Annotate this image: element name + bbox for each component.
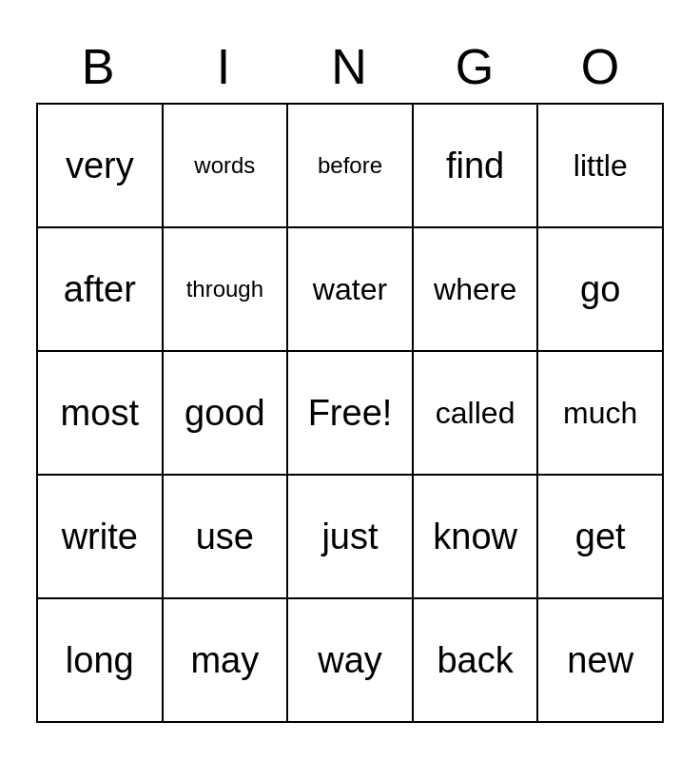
- cell-text-3-0: write: [62, 517, 138, 556]
- cell-text-0-0: very: [66, 146, 134, 185]
- cell-text-1-3: where: [434, 272, 516, 306]
- grid-cell-1-4: go: [537, 227, 663, 351]
- bingo-letter-b: B: [36, 38, 162, 95]
- bingo-letter-i: I: [162, 38, 287, 95]
- grid-row-4: longmaywaybacknew: [37, 598, 663, 722]
- cell-text-2-3: called: [436, 396, 515, 430]
- cell-text-0-3: find: [446, 146, 504, 185]
- cell-text-0-2: before: [318, 152, 382, 178]
- cell-text-2-0: most: [61, 393, 139, 433]
- grid-row-0: verywordsbeforefindlittle: [37, 104, 663, 227]
- grid-cell-0-0: very: [37, 104, 163, 227]
- cell-text-4-0: long: [66, 640, 134, 680]
- cell-text-2-4: much: [563, 396, 637, 430]
- grid-cell-2-4: much: [537, 351, 663, 475]
- grid-cell-3-1: use: [163, 475, 288, 598]
- cell-text-1-1: through: [186, 276, 263, 302]
- cell-text-3-3: know: [433, 517, 517, 556]
- cell-text-4-1: may: [190, 640, 259, 680]
- grid-cell-0-1: words: [163, 104, 288, 227]
- grid-cell-3-0: write: [37, 475, 163, 598]
- cell-text-3-1: use: [196, 517, 254, 556]
- grid-cell-2-3: called: [413, 351, 538, 475]
- cell-text-3-2: just: [321, 517, 378, 556]
- grid-cell-2-2: Free!: [287, 351, 413, 475]
- grid-cell-0-2: before: [287, 104, 413, 227]
- grid-cell-3-3: know: [413, 475, 538, 598]
- grid-cell-1-0: after: [37, 227, 163, 351]
- grid-cell-4-0: long: [37, 598, 163, 722]
- bingo-grid: verywordsbeforefindlittleafterthroughwat…: [36, 103, 664, 723]
- cell-text-3-4: get: [575, 517, 626, 556]
- bingo-card: BINGO verywordsbeforefindlittleafterthro…: [17, 19, 683, 742]
- grid-cell-1-3: where: [413, 227, 538, 351]
- grid-row-1: afterthroughwaterwherego: [37, 227, 663, 351]
- cell-text-1-4: go: [580, 269, 620, 309]
- bingo-letter-o: O: [538, 38, 664, 95]
- bingo-letter-g: G: [413, 38, 538, 95]
- cell-text-0-1: words: [194, 152, 255, 178]
- cell-text-2-2: Free!: [308, 393, 393, 433]
- cell-text-1-0: after: [64, 269, 136, 309]
- cell-text-1-2: water: [313, 272, 387, 306]
- grid-cell-1-1: through: [163, 227, 288, 351]
- grid-cell-4-4: new: [537, 598, 663, 722]
- cell-text-4-4: new: [567, 640, 633, 680]
- cell-text-0-4: little: [574, 148, 628, 183]
- grid-cell-4-2: way: [287, 598, 413, 722]
- grid-cell-2-1: good: [163, 351, 288, 475]
- cell-text-2-1: good: [185, 393, 265, 433]
- grid-row-2: mostgoodFree!calledmuch: [37, 351, 663, 475]
- bingo-header: BINGO: [36, 38, 664, 95]
- grid-cell-1-2: water: [287, 227, 413, 351]
- grid-cell-3-2: just: [287, 475, 413, 598]
- grid-cell-2-0: most: [37, 351, 163, 475]
- cell-text-4-3: back: [437, 640, 513, 680]
- bingo-letter-n: N: [287, 38, 413, 95]
- cell-text-4-2: way: [318, 640, 382, 680]
- grid-row-3: writeusejustknowget: [37, 475, 663, 598]
- grid-cell-4-1: may: [163, 598, 288, 722]
- grid-cell-0-4: little: [537, 104, 663, 227]
- grid-cell-0-3: find: [413, 104, 538, 227]
- grid-cell-4-3: back: [413, 598, 538, 722]
- grid-cell-3-4: get: [537, 475, 663, 598]
